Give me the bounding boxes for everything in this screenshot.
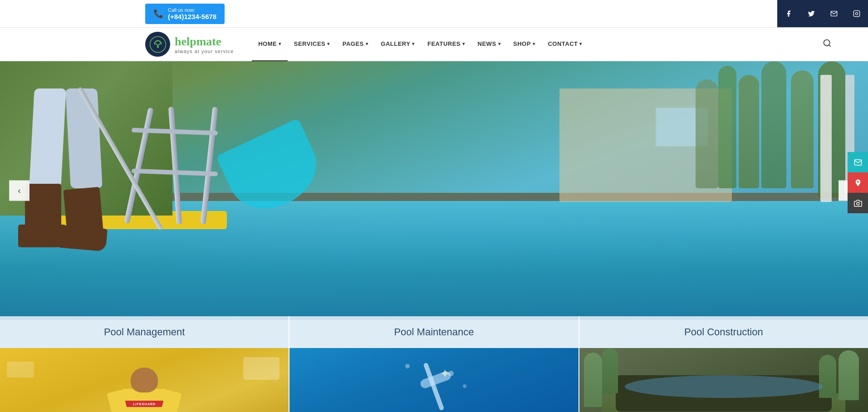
service-card-management: Pool Management LIFEGUARD <box>0 316 289 412</box>
service-card-construction: Pool Construction <box>579 316 868 412</box>
services-dropdown-arrow: ▾ <box>327 41 330 46</box>
phone-icon: 📞 <box>153 9 163 19</box>
service-card-maintenance: Pool Maintenance ✦ <box>289 316 578 412</box>
prev-slide-button[interactable]: ‹ <box>9 181 29 201</box>
search-icon[interactable] <box>823 39 832 50</box>
top-bar: 📞 Call us now: (+84)1234-5678 <box>0 0 868 27</box>
navbar: helpmate always at your service HOME ▾ S… <box>0 27 868 61</box>
home-dropdown-arrow: ▾ <box>279 41 281 46</box>
email-social-icon[interactable] <box>823 0 845 27</box>
pages-dropdown-arrow: ▾ <box>366 41 368 46</box>
svg-point-4 <box>824 40 830 46</box>
logo-tagline: always at your service <box>175 49 234 54</box>
main-nav: HOME ▾ SERVICES ▾ PAGES ▾ GALLERY ▾ FEAT… <box>252 27 832 61</box>
social-icons <box>777 0 868 27</box>
nav-gallery[interactable]: GALLERY ▾ <box>374 27 421 61</box>
svg-point-2 <box>150 36 166 52</box>
service-cards: Pool Management LIFEGUARD <box>0 316 868 412</box>
contact-dropdown-arrow: ▾ <box>579 41 582 46</box>
call-button[interactable]: 📞 Call us now: (+84)1234-5678 <box>145 4 225 24</box>
call-label: Call us now: <box>168 7 216 13</box>
instagram-icon[interactable] <box>845 0 868 27</box>
shop-dropdown-arrow: ▾ <box>533 41 535 46</box>
nav-pages[interactable]: PAGES ▾ <box>336 27 375 61</box>
news-dropdown-arrow: ▾ <box>498 41 501 46</box>
side-buttons <box>848 152 868 213</box>
call-number: (+84)1234-5678 <box>168 13 216 20</box>
person-silhouette <box>14 88 127 247</box>
nav-features[interactable]: FEATURES ▾ <box>421 27 471 61</box>
svg-rect-0 <box>853 10 859 16</box>
side-camera-button[interactable] <box>848 193 868 213</box>
nav-contact[interactable]: CONTACT ▾ <box>541 27 588 61</box>
background-trees <box>550 61 868 197</box>
logo[interactable]: helpmate always at your service <box>145 32 234 57</box>
pool-management-image: LIFEGUARD <box>0 348 289 412</box>
pool-construction-title: Pool Construction <box>579 316 868 348</box>
hero-section: ‹ › <box>0 61 868 320</box>
nav-services[interactable]: SERVICES ▾ <box>288 27 336 61</box>
svg-line-5 <box>829 45 831 47</box>
facebook-icon[interactable] <box>777 0 800 27</box>
logo-icon <box>145 32 170 57</box>
logo-name: helpmate <box>175 35 234 49</box>
nav-home[interactable]: HOME ▾ <box>252 27 288 61</box>
pool-maintenance-image: ✦ <box>289 348 578 412</box>
nav-shop[interactable]: SHOP ▾ <box>507 27 541 61</box>
pool-maintenance-title: Pool Maintenance <box>289 316 578 348</box>
svg-point-3 <box>157 46 159 48</box>
gallery-dropdown-arrow: ▾ <box>412 41 415 46</box>
twitter-icon[interactable] <box>800 0 823 27</box>
features-dropdown-arrow: ▾ <box>462 41 465 46</box>
side-location-button[interactable] <box>848 172 868 193</box>
nav-news[interactable]: NEWS ▾ <box>471 27 507 61</box>
pool-management-title: Pool Management <box>0 316 289 348</box>
svg-point-6 <box>857 202 859 205</box>
side-email-button[interactable] <box>848 152 868 172</box>
pool-construction-image <box>579 348 868 412</box>
